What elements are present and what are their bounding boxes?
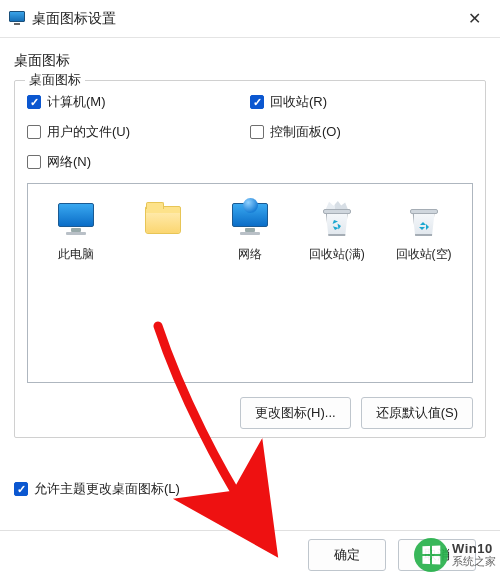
this-pc-icon <box>56 200 96 240</box>
section-header: 桌面图标 <box>14 52 486 70</box>
group-legend: 桌面图标 <box>25 72 85 89</box>
close-button[interactable]: ✕ <box>456 9 492 28</box>
icon-network[interactable]: 网络 <box>210 198 291 265</box>
icon-label: 回收站(满) <box>309 246 365 263</box>
watermark: Win10 系统之家 <box>414 538 500 572</box>
watermark-line1: Win10 <box>452 542 496 556</box>
checkbox-recycle-bin[interactable] <box>250 95 264 109</box>
restore-default-button[interactable]: 还原默认值(S) <box>361 397 473 429</box>
checkbox-network-label: 网络(N) <box>47 153 91 171</box>
recycle-full-icon <box>317 200 357 240</box>
icon-user-folder[interactable] <box>123 198 204 248</box>
app-icon <box>8 10 26 28</box>
checkbox-user-files[interactable] <box>27 125 41 139</box>
ok-button[interactable]: 确定 <box>308 539 386 571</box>
checkbox-recycle-bin-label: 回收站(R) <box>270 93 327 111</box>
watermark-line2: 系统之家 <box>452 556 496 568</box>
change-icon-button[interactable]: 更改图标(H)... <box>240 397 351 429</box>
icon-label: 此电脑 <box>58 246 94 263</box>
icon-preview-pane: 此电脑 网络 <box>27 183 473 383</box>
checkbox-allow-theme-label: 允许主题更改桌面图标(L) <box>34 480 180 498</box>
recycle-empty-icon <box>404 200 444 240</box>
checkbox-control-panel[interactable] <box>250 125 264 139</box>
checkbox-computer-label: 计算机(M) <box>47 93 106 111</box>
checkbox-user-files-label: 用户的文件(U) <box>47 123 130 141</box>
icon-label: 回收站(空) <box>396 246 452 263</box>
icon-this-pc[interactable]: 此电脑 <box>36 198 117 265</box>
watermark-badge-icon <box>414 538 448 572</box>
icon-recycle-empty[interactable]: 回收站(空) <box>383 198 464 265</box>
checkbox-network[interactable] <box>27 155 41 169</box>
title-bar: 桌面图标设置 ✕ <box>0 0 500 38</box>
checkbox-control-panel-label: 控制面板(O) <box>270 123 341 141</box>
icon-recycle-full[interactable]: 回收站(满) <box>296 198 377 265</box>
checkbox-allow-theme[interactable] <box>14 482 28 496</box>
icon-label: 网络 <box>238 246 262 263</box>
checkbox-computer[interactable] <box>27 95 41 109</box>
network-icon <box>230 200 270 240</box>
desktop-icons-group: 桌面图标 计算机(M) 回收站(R) 用户的文件(U) 控制面板(O) <box>14 80 486 438</box>
window-title: 桌面图标设置 <box>32 10 116 28</box>
folder-icon <box>143 200 183 240</box>
